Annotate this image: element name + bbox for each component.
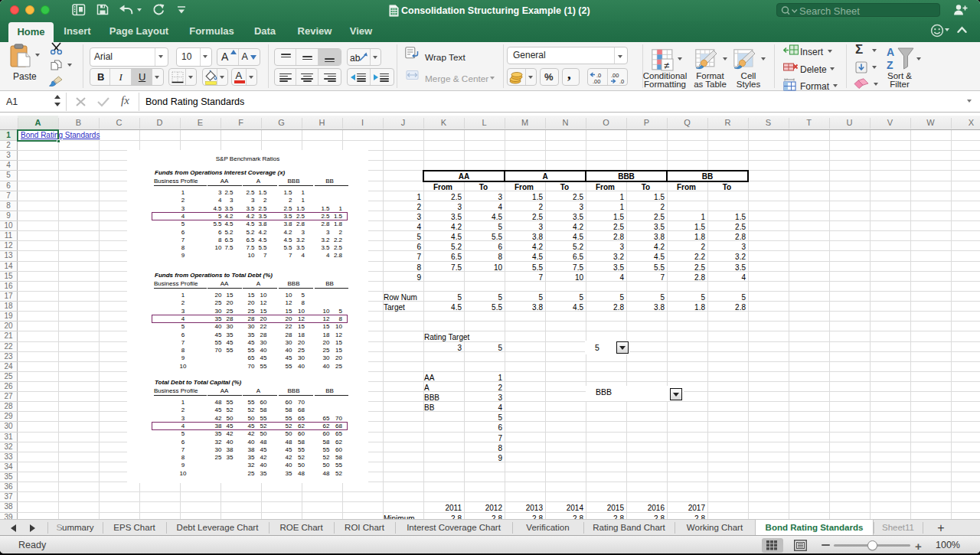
svg-text:.00: .00: [593, 78, 600, 84]
svg-text:Z: Z: [887, 59, 893, 71]
svg-text:.0: .0: [619, 78, 624, 84]
svg-text:≠: ≠: [664, 60, 669, 71]
svg-text:.00: .00: [611, 72, 619, 79]
svg-text:ab: ab: [350, 53, 361, 64]
svg-text:A: A: [887, 46, 894, 58]
